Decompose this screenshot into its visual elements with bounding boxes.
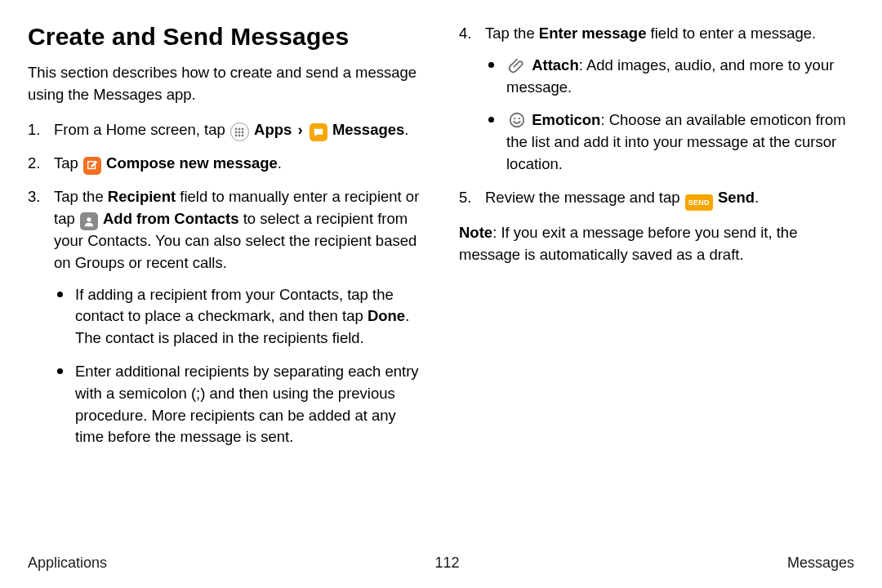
messages-label: Messages <box>332 121 404 138</box>
step-3: 3. Tap the Recipient field to manually e… <box>28 186 423 448</box>
sub-item: Attach: Add images, audio, and more to y… <box>485 55 854 99</box>
sub-text: Enter additional recipients by separatin… <box>75 363 419 445</box>
sub-item: If adding a recipient from your Contacts… <box>54 284 423 350</box>
steps-list-left: 1. From a Home screen, tap Apps › <box>28 119 423 449</box>
two-column-layout: Create and Send Messages This section de… <box>28 23 854 546</box>
send-label: Send <box>718 189 755 206</box>
sub-item: Emoticon: Choose an available emoticon f… <box>485 109 854 175</box>
svg-point-4 <box>238 131 241 133</box>
compose-icon <box>83 157 101 175</box>
step-2: 2. Tap Compose new message. <box>28 153 423 175</box>
step-4: 4. Tap the Enter message field to enter … <box>459 23 854 176</box>
step-text: Tap the <box>485 24 539 42</box>
recipient-label: Recipient <box>108 188 176 205</box>
svg-point-12 <box>514 118 515 120</box>
messages-icon <box>310 123 327 141</box>
svg-point-1 <box>238 127 241 130</box>
attach-label: Attach <box>532 56 579 74</box>
svg-point-10 <box>87 217 91 221</box>
svg-point-0 <box>235 127 238 130</box>
note-text: : If you exit a message before you send … <box>459 224 797 263</box>
compose-label: Compose new message <box>106 154 278 172</box>
emoticon-icon <box>507 110 527 130</box>
enter-message-label: Enter message <box>539 24 647 42</box>
step-1: 1. From a Home screen, tap Apps › <box>28 119 423 142</box>
sub-item: Enter additional recipients by separatin… <box>54 361 423 448</box>
send-icon-text: SEND <box>688 198 710 208</box>
svg-point-3 <box>235 131 238 133</box>
step-3-sublist: If adding a recipient from your Contacts… <box>54 284 423 449</box>
page-title: Create and Send Messages <box>28 23 423 51</box>
step-text: Tap <box>54 154 82 172</box>
contact-icon <box>80 212 98 230</box>
footer-left: Applications <box>28 555 107 572</box>
step-5: 5. Review the message and tap SEND Send. <box>459 187 854 212</box>
step-text-end: . <box>404 121 408 138</box>
step-number: 5. <box>459 187 471 209</box>
left-column: Create and Send Messages This section de… <box>28 23 423 546</box>
svg-point-8 <box>242 134 244 136</box>
intro-paragraph: This section describes how to create and… <box>28 62 423 106</box>
done-label: Done <box>368 307 405 324</box>
step-number: 1. <box>28 119 40 141</box>
step-number: 4. <box>459 23 471 45</box>
step-4-sublist: Attach: Add images, audio, and more to y… <box>485 55 854 176</box>
page-footer: Applications 112 Messages <box>28 546 854 572</box>
step-text-end: . <box>278 154 282 172</box>
manual-page: Create and Send Messages This section de… <box>0 0 882 588</box>
svg-point-7 <box>238 134 241 136</box>
footer-page-number: 112 <box>434 555 459 572</box>
step-text-end: . <box>755 189 759 206</box>
add-contacts-label: Add from Contacts <box>103 210 239 227</box>
note-paragraph: Note: If you exit a message before you s… <box>459 222 854 266</box>
note-label: Note <box>459 224 492 241</box>
attach-icon <box>507 56 527 75</box>
step-text: From a Home screen, tap <box>54 121 229 138</box>
sub-text: If adding a recipient from your Contacts… <box>75 286 394 325</box>
footer-right: Messages <box>787 555 854 572</box>
svg-point-2 <box>242 127 244 130</box>
svg-point-5 <box>242 131 244 133</box>
apps-icon <box>230 122 249 141</box>
step-text: Review the message and tap <box>485 189 684 206</box>
step-text: Tap the <box>54 188 108 205</box>
svg-point-11 <box>510 114 524 127</box>
chevron-right-icon: › <box>296 121 304 138</box>
step-number: 2. <box>28 153 40 175</box>
apps-label: Apps <box>254 121 292 138</box>
step-number: 3. <box>28 186 40 208</box>
send-icon: SEND <box>685 194 713 211</box>
right-column: 4. Tap the Enter message field to enter … <box>459 23 854 546</box>
emoticon-label: Emoticon <box>532 111 600 128</box>
steps-list-right: 4. Tap the Enter message field to enter … <box>459 23 854 211</box>
svg-point-6 <box>235 134 238 136</box>
svg-point-13 <box>519 118 520 120</box>
step-text-end: field to enter a message. <box>646 24 816 42</box>
